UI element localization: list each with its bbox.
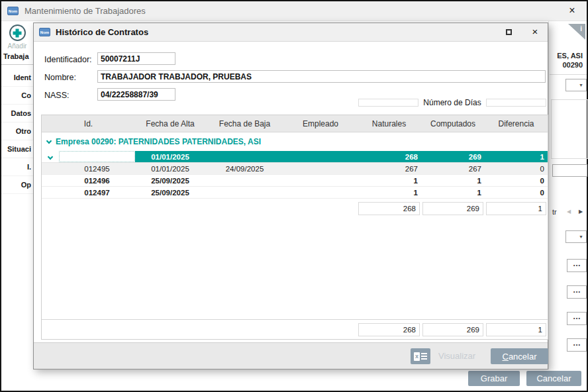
- grand-total-row: 268 269 1: [42, 319, 548, 339]
- browse-button-4[interactable]: …: [567, 338, 587, 352]
- total-computados: 269: [422, 323, 483, 336]
- col-header-fecha-alta[interactable]: Fecha de Alta: [135, 115, 205, 132]
- col-header-fecha-baja[interactable]: Fecha de Baja: [205, 115, 284, 132]
- export-excel-button[interactable]: x: [411, 348, 430, 364]
- chevron-down-icon: [48, 154, 53, 159]
- background-panel-divider: [548, 21, 549, 369]
- table-header-row: Id. Fecha de Alta Fecha de Baja Empleado…: [42, 115, 548, 132]
- cell-diferencia: 0: [485, 175, 548, 186]
- cell-naturales: 267: [357, 163, 421, 174]
- group-collapse-chevron-icon[interactable]: [46, 138, 52, 144]
- chevron-down-icon: ▼: [579, 234, 583, 239]
- subtotal-computados: 269: [422, 202, 483, 215]
- cell-fecha-baja: [205, 187, 284, 198]
- table-row[interactable]: 012495 01/01/2025 24/09/2025 267 267 0: [42, 163, 548, 175]
- cell-empleado: [284, 187, 357, 198]
- record-nav-prev-icon[interactable]: ◀: [567, 209, 571, 215]
- sidebar-item-opciones[interactable]: Op: [1, 176, 33, 194]
- cell-computados: 267: [421, 163, 485, 174]
- main-window-title: Mantenimiento de Trabajadores: [24, 6, 146, 16]
- sidebar-section-title: Trabaja: [1, 52, 33, 60]
- cell-fecha-baja: 24/09/2025: [205, 163, 284, 174]
- background-combobox-2[interactable]: ▼: [565, 230, 587, 243]
- cancelar-main-button[interactable]: Cancelar: [526, 371, 581, 386]
- group-label: Empresa 00290: PATERNIDADES PATERNIDADES…: [56, 137, 261, 146]
- cell-id-editbox[interactable]: [59, 151, 135, 162]
- table-row[interactable]: 012497 25/09/2025 1 1 0: [42, 187, 548, 199]
- browse-button-3[interactable]: …: [567, 312, 587, 325]
- subtotal-diferencia: 1: [486, 202, 546, 215]
- background-combobox[interactable]: ▼: [565, 79, 587, 91]
- record-nav-next-icon[interactable]: ▶: [579, 209, 583, 215]
- dialog-footer: x Visualizar Cancelar: [34, 342, 548, 369]
- cell-naturales: 268: [357, 151, 421, 162]
- row-expand-chevron-cell[interactable]: [42, 151, 59, 162]
- col-header-empleado[interactable]: Empleado: [284, 115, 357, 132]
- cell-fecha-alta: 25/09/2025: [135, 187, 205, 198]
- cell-computados: 1: [421, 175, 485, 186]
- identificador-label: Identificador:: [44, 55, 92, 64]
- contracts-table: Id. Fecha de Alta Fecha de Baja Empleado…: [41, 115, 548, 340]
- add-worker-button[interactable]: Añadir Trabaja: [1, 24, 33, 60]
- cell-diferencia: 1: [485, 151, 548, 162]
- sidebar-separator: [1, 64, 33, 65]
- cell-empleado: [284, 163, 357, 174]
- dialog-cancelar-button[interactable]: Cancelar: [491, 348, 548, 364]
- sidebar-item-otros[interactable]: Otro: [1, 122, 33, 140]
- dialog-title: Histórico de Contratos: [56, 27, 148, 37]
- cell-empleado: [284, 151, 357, 162]
- days-band-header: Número de Días: [358, 97, 546, 108]
- company-code: 00290: [562, 61, 583, 69]
- nass-field[interactable]: [97, 88, 175, 101]
- cell-fecha-baja: [205, 151, 284, 162]
- info-corner-badge[interactable]: [568, 24, 585, 40]
- sidebar-nav: Ident Co Datos Otro Situaci I. Op: [1, 69, 33, 194]
- sidebar-item-datos[interactable]: Datos: [1, 105, 33, 122]
- cell-fecha-baja: [205, 175, 284, 186]
- nass-label: NASS:: [44, 91, 70, 100]
- company-name-fragment: ES, ASI: [557, 52, 583, 60]
- browse-button-1[interactable]: …: [567, 259, 587, 272]
- cell-id: 012496: [59, 175, 135, 186]
- table-row-selected[interactable]: 01/01/2025 268 269 1: [42, 151, 548, 163]
- visualizar-button-disabled[interactable]: Visualizar: [438, 348, 475, 364]
- excel-icon: x: [414, 352, 420, 361]
- col-header-naturales[interactable]: Naturales: [357, 115, 421, 132]
- group-subtotal-row: 268 269 1: [42, 199, 548, 219]
- nombre-field[interactable]: [97, 70, 546, 83]
- nombre-label: Nombre:: [44, 73, 76, 82]
- col-header-diferencia[interactable]: Diferencia: [485, 115, 548, 132]
- table-row[interactable]: 012496 25/09/2025 1 1 0: [42, 175, 548, 187]
- total-diferencia: 1: [486, 323, 546, 336]
- record-nav-label: tr: [552, 208, 557, 216]
- sidebar-item-situacion[interactable]: Situaci: [1, 140, 33, 158]
- background-input-fragment[interactable]: [552, 164, 587, 177]
- dialog-historico-contratos: Nom Histórico de Contratos × Identificad…: [33, 23, 548, 369]
- col-header-computados[interactable]: Computados: [421, 115, 485, 132]
- table-empty-area: [42, 219, 548, 319]
- cell-computados: 1: [421, 187, 485, 198]
- dialog-close-icon[interactable]: ×: [528, 24, 542, 39]
- identificador-field[interactable]: [97, 52, 175, 65]
- cell-fecha-alta: 25/09/2025: [135, 175, 205, 186]
- sidebar: Añadir Trabaja Ident Co Datos Otro Situa…: [1, 21, 33, 391]
- col-header-id[interactable]: Id.: [42, 115, 135, 132]
- main-window: Nom Mantenimiento de Trabajadores × Añad…: [0, 0, 588, 392]
- sidebar-item-i[interactable]: I.: [1, 158, 33, 176]
- add-worker-label: Añadir: [1, 42, 33, 50]
- row-indent-cell: [42, 163, 59, 174]
- sidebar-item-contratos[interactable]: Co: [1, 87, 33, 105]
- main-titlebar: Nom Mantenimiento de Trabajadores ×: [1, 1, 587, 21]
- cell-fecha-alta: 01/01/2025: [135, 163, 205, 174]
- row-indent-cell: [42, 187, 59, 198]
- main-close-icon[interactable]: ×: [565, 3, 579, 18]
- dialog-logo-icon: Nom: [39, 28, 50, 36]
- total-naturales: 268: [358, 323, 420, 336]
- cell-id: 012497: [59, 187, 135, 198]
- browse-button-2[interactable]: …: [567, 285, 587, 299]
- sidebar-item-identificacion[interactable]: Ident: [1, 69, 33, 87]
- row-indent-cell: [42, 175, 59, 186]
- grabar-button[interactable]: Grabar: [468, 371, 520, 386]
- group-row-empresa[interactable]: Empresa 00290: PATERNIDADES PATERNIDADES…: [42, 132, 548, 151]
- maximize-icon[interactable]: [506, 29, 512, 35]
